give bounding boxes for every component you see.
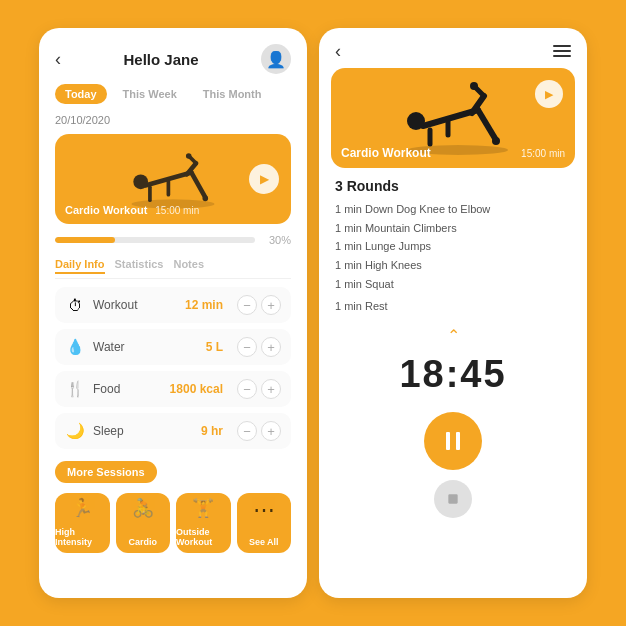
- sleep-value: 9 hr: [201, 424, 223, 438]
- more-sessions-button[interactable]: More Sessions: [55, 461, 157, 483]
- rp-workout-card[interactable]: ▶ Cardio Workout 15:00 min: [331, 68, 575, 168]
- date-label: 20/10/2020: [55, 114, 291, 126]
- workout-decrease[interactable]: −: [237, 295, 257, 315]
- round-item: 1 min Down Dog Knee to Elbow: [335, 200, 571, 219]
- section-tab-notes[interactable]: Notes: [173, 258, 204, 274]
- round-item: 1 min Lunge Jumps: [335, 237, 571, 256]
- rp-back-button[interactable]: ‹: [335, 42, 341, 60]
- session-tile-label: See All: [249, 537, 279, 547]
- session-tile-cardio[interactable]: 🚴 Cardio: [116, 493, 171, 553]
- svg-line-5: [191, 173, 205, 198]
- rp-content: 3 Rounds 1 min Down Dog Knee to Elbow 1 …: [319, 178, 587, 598]
- food-decrease[interactable]: −: [237, 379, 257, 399]
- hamburger-line: [553, 55, 571, 57]
- pause-icon: [441, 429, 465, 453]
- menu-button[interactable]: [553, 45, 571, 57]
- stop-icon: [446, 492, 460, 506]
- session-tile-label: Cardio: [128, 537, 157, 547]
- rp-card-bottom: Cardio Workout 15:00 min: [341, 146, 565, 160]
- progress-row: 30%: [55, 234, 291, 246]
- right-panel: ‹: [319, 28, 587, 598]
- session-tile-label: High Intensity: [55, 527, 110, 547]
- workout-icon: ⏱: [65, 297, 85, 314]
- cardio-icon: 🚴: [132, 497, 154, 519]
- section-tab-daily[interactable]: Daily Info: [55, 258, 105, 274]
- round-item-rest: 1 min Rest: [335, 297, 571, 316]
- progress-bar: [55, 237, 255, 243]
- tab-today[interactable]: Today: [55, 84, 107, 104]
- workout-card[interactable]: ▶ Cardio Workout 15:00 min: [55, 134, 291, 224]
- list-item: 🍴 Food 1800 kcal − +: [55, 371, 291, 407]
- rounds-list: 1 min Down Dog Knee to Elbow 1 min Mount…: [335, 200, 571, 316]
- round-item: 1 min Squat: [335, 275, 571, 294]
- food-value: 1800 kcal: [170, 382, 223, 396]
- svg-point-12: [407, 112, 425, 130]
- right-panel-header: ‹: [319, 28, 587, 68]
- water-value: 5 L: [206, 340, 223, 354]
- workout-label: Workout: [93, 298, 177, 312]
- section-tabs: Daily Info Statistics Notes: [55, 258, 291, 279]
- svg-point-9: [186, 153, 192, 159]
- sleep-label: Sleep: [93, 424, 193, 438]
- progress-fill: [55, 237, 115, 243]
- outside-icon: 🏋: [192, 497, 214, 519]
- stop-button[interactable]: [434, 480, 472, 518]
- tab-this-month[interactable]: This Month: [193, 84, 272, 104]
- svg-line-15: [478, 110, 496, 140]
- rp-card-title: Cardio Workout: [341, 146, 431, 160]
- back-button[interactable]: ‹: [55, 50, 61, 68]
- list-item: ⏱ Workout 12 min − +: [55, 287, 291, 323]
- water-label: Water: [93, 340, 198, 354]
- list-item: 🌙 Sleep 9 hr − +: [55, 413, 291, 449]
- session-tile-see-all[interactable]: ⋯ See All: [237, 493, 292, 553]
- workout-card-label: Cardio Workout 15:00 min: [65, 204, 199, 216]
- svg-rect-20: [446, 432, 450, 450]
- pause-button[interactable]: [424, 412, 482, 470]
- sleep-increase[interactable]: +: [261, 421, 281, 441]
- session-tile-label: Outside Workout: [176, 527, 231, 547]
- sleep-decrease[interactable]: −: [237, 421, 257, 441]
- progress-percent: 30%: [263, 234, 291, 246]
- sleep-icon: 🌙: [65, 422, 85, 440]
- water-decrease[interactable]: −: [237, 337, 257, 357]
- timer-display: 18:45: [335, 353, 571, 396]
- workout-value: 12 min: [185, 298, 223, 312]
- rounds-title: 3 Rounds: [335, 178, 571, 194]
- list-item: 💧 Water 5 L − +: [55, 329, 291, 365]
- period-tabs: Today This Week This Month: [55, 84, 291, 104]
- svg-point-8: [203, 196, 209, 202]
- see-all-icon: ⋯: [253, 497, 275, 523]
- section-tab-statistics[interactable]: Statistics: [115, 258, 164, 274]
- svg-rect-22: [448, 494, 457, 503]
- water-increase[interactable]: +: [261, 337, 281, 357]
- session-tile-outside[interactable]: 🏋 Outside Workout: [176, 493, 231, 553]
- session-tile-high-intensity[interactable]: 🏃 High Intensity: [55, 493, 110, 553]
- avatar[interactable]: 👤: [261, 44, 291, 74]
- round-item: 1 min Mountain Climbers: [335, 219, 571, 238]
- daily-info-list: ⏱ Workout 12 min − + 💧 Water 5 L − + 🍴: [55, 287, 291, 449]
- collapse-button[interactable]: ⌃: [335, 326, 571, 345]
- page-title: Hello Jane: [123, 51, 198, 68]
- workout-increase[interactable]: +: [261, 295, 281, 315]
- water-icon: 💧: [65, 338, 85, 356]
- tab-this-week[interactable]: This Week: [113, 84, 187, 104]
- high-intensity-icon: 🏃: [71, 497, 93, 519]
- food-label: Food: [93, 382, 162, 396]
- food-icon: 🍴: [65, 380, 85, 398]
- controls-row: [335, 412, 571, 538]
- rp-card-time: 15:00 min: [521, 148, 565, 159]
- session-tiles: 🏃 High Intensity 🚴 Cardio 🏋 Outside Work…: [55, 493, 291, 553]
- hamburger-line: [553, 45, 571, 47]
- svg-point-19: [470, 82, 478, 90]
- play-button[interactable]: ▶: [249, 164, 279, 194]
- svg-rect-21: [456, 432, 460, 450]
- food-increase[interactable]: +: [261, 379, 281, 399]
- round-item: 1 min High Knees: [335, 256, 571, 275]
- hamburger-line: [553, 50, 571, 52]
- left-panel: ‹ Hello Jane 👤 Today This Week This Mont…: [39, 28, 307, 598]
- svg-point-2: [133, 174, 148, 189]
- rp-play-button[interactable]: ▶: [535, 80, 563, 108]
- svg-point-18: [492, 137, 500, 145]
